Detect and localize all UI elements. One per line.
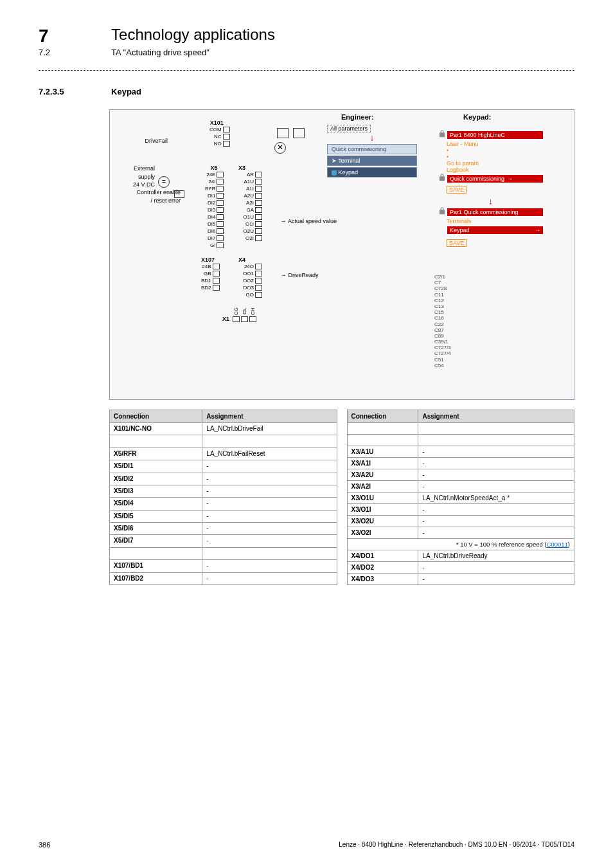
section-number: 7.2	[39, 48, 109, 57]
engineer-quick-commissioning: Quick commissioning	[327, 144, 417, 154]
table-row: X5/DI1-	[110, 460, 337, 473]
terminal-pin: DI5	[205, 221, 225, 228]
table-row: X5/DI6-	[110, 523, 337, 535]
table-row	[110, 435, 337, 448]
footnote-link[interactable]: C00011	[547, 541, 568, 548]
terminal-pin: NC	[209, 133, 231, 140]
down-arrow-icon: ↓	[327, 132, 417, 143]
chapter-number: 7	[39, 26, 109, 46]
table-row: X5/RFRLA_NCtrl.bFailReset	[110, 448, 337, 460]
terminal-pin: NO	[209, 140, 231, 147]
terminal-pin: DI7	[205, 235, 225, 242]
keypad-par1-8400: Par1 8400 HighLineC	[447, 131, 544, 140]
terminal-pin: DI6	[205, 228, 225, 235]
lock-icon	[438, 206, 447, 215]
table-row: X5/DI7-	[110, 535, 337, 547]
th-assignment: Assignment	[202, 410, 337, 423]
down-arrow-icon: ↓	[438, 196, 544, 206]
terminal-pin: O1I	[238, 221, 263, 228]
page-header: 7 Technology applications 7.2 TA "Actuat…	[39, 26, 574, 57]
th-connection: Connection	[110, 410, 202, 423]
label-drivefail: DriveFail	[116, 137, 168, 145]
subsection-title: Keypad	[111, 87, 141, 96]
table-row: X101/NC-NOLA_NCtrl.bDriveFail	[110, 423, 337, 435]
switch-icon	[174, 190, 184, 198]
table-row: X5/DI3-	[110, 485, 337, 497]
terminal-pin: CH	[249, 306, 256, 322]
keypad-terminals: Terminals	[447, 218, 544, 224]
relay-coil-icon	[277, 128, 289, 138]
engineer-all-parameters: All parameters	[327, 125, 371, 132]
keypad-goto-param: Go to param	[447, 160, 544, 167]
terminal-pin: 24E	[205, 171, 225, 178]
label-external: External	[116, 165, 155, 173]
terminal-pin: 24B	[201, 263, 221, 270]
terminal-pin: 24I	[205, 178, 225, 185]
keypad-keypad-row: Keypad→	[447, 226, 544, 235]
label-controller-enable: Controller enable	[116, 188, 181, 197]
x101-header: X101	[209, 120, 231, 126]
lock-icon	[438, 129, 447, 138]
terminal-pin: O2U	[238, 228, 263, 235]
terminal-pin: COM	[209, 126, 231, 133]
keypad-column-title: Keypad:	[463, 113, 491, 121]
terminal-pin: A1U	[238, 178, 263, 185]
code-list: C2/1C7C728C11C12C13C15C16C22C87C89C39/1C…	[434, 274, 451, 368]
table-row: X107/BD1-	[110, 560, 337, 572]
table-row: X5/DI2-	[110, 473, 337, 485]
label-voltage: 24 V DC	[116, 181, 155, 189]
th-assignment: Assignment	[418, 410, 574, 423]
th-connection: Connection	[347, 410, 418, 423]
terminal-pin: CL	[241, 306, 248, 322]
connection-table-left: Connection Assignment X101/NC-NOLA_NCtrl…	[109, 410, 337, 585]
connection-tables: Connection Assignment X101/NC-NOLA_NCtrl…	[109, 410, 574, 585]
terminal-pin: GB	[201, 270, 221, 277]
terminal-pin: RFR	[205, 185, 225, 192]
terminal-pin: A1I	[238, 185, 263, 192]
terminal-pin: DO3	[238, 284, 263, 291]
terminal-pin: DI4	[205, 213, 225, 221]
lock-icon	[438, 173, 447, 182]
x1-header: X1	[222, 316, 229, 322]
x3-header: X3	[238, 165, 263, 171]
terminal-pin: DI3	[205, 206, 225, 213]
table-row: X5/DI5-	[110, 510, 337, 522]
keypad-par1-quick: Par1 Quick commissioning	[447, 208, 544, 217]
table-row: X107/BD2-	[110, 572, 337, 585]
section-title: TA "Actuating drive speed"	[111, 48, 209, 57]
keypad-logbook: Logbook	[447, 167, 544, 173]
keypad-user-menu: User - Menu	[447, 141, 544, 147]
engineer-keypad: Keypad	[327, 167, 417, 177]
terminal-pin: BD1	[201, 277, 221, 284]
terminal-pin: AR	[238, 171, 263, 178]
keypad-save-2: SAVE	[447, 239, 466, 247]
label-drive-ready: DriveReady	[289, 272, 319, 278]
table-row: X3/A1I-	[347, 458, 574, 469]
chapter-title: Technology applications	[111, 26, 275, 44]
table-footnote: * 10 V = 100 % reference speed (C00011)	[347, 539, 574, 550]
terminal-pin: DI2	[205, 199, 225, 206]
table-row: X3/O2U-	[347, 516, 574, 527]
arrow-drive-ready: → DriveReady	[280, 271, 319, 278]
keypad-quick-commissioning: Quick commissioning→	[447, 174, 544, 183]
terminal-pin: DO2	[238, 277, 263, 284]
label-supply: supply	[116, 173, 155, 181]
lamp-icon: ✕	[274, 142, 286, 154]
engineer-column-title: Engineer:	[341, 113, 374, 121]
table-row: X5/DI4-	[110, 498, 337, 510]
table-row: X3/O1I-	[347, 504, 574, 516]
table-row: X4/DO2-	[347, 562, 574, 574]
x4-header: X4	[238, 257, 263, 263]
label-reset-error: / reset error	[116, 197, 181, 205]
terminal-pin: O1U	[238, 213, 263, 221]
table-row	[347, 435, 574, 446]
x107-header: X107	[201, 257, 221, 263]
connection-table-right: Connection Assignment X3/A1U-X3/A1I-X3/A…	[347, 410, 575, 585]
wiring-diagram: Engineer: Keypad: DriveFail External sup…	[109, 109, 574, 400]
x5-header: X5	[205, 165, 225, 171]
table-row: X3/A2U-	[347, 469, 574, 481]
subsection-number: 7.2.3.5	[39, 87, 109, 96]
terminal-pin: A2U	[238, 192, 263, 199]
terminal-pin: DI1	[205, 192, 225, 199]
terminal-pin: DO1	[238, 270, 263, 277]
